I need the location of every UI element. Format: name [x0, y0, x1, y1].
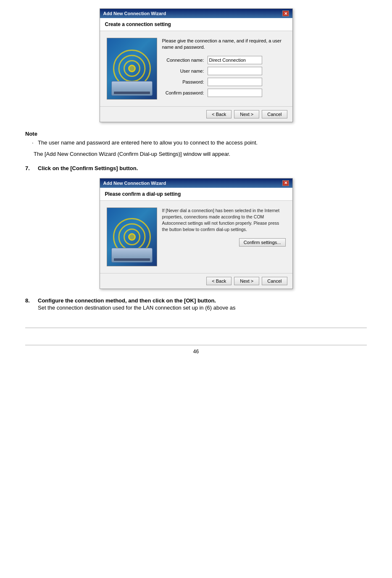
cancel-button-1[interactable]: Cancel [262, 110, 287, 118]
input-connection-name[interactable] [208, 56, 262, 64]
input-username[interactable] [208, 67, 262, 75]
input-password[interactable] [208, 78, 262, 86]
label-password: Password: [162, 79, 204, 84]
device-box-2 [111, 248, 153, 263]
label-confirm-password: Confirm password: [162, 90, 204, 95]
step-8-instruction: 8. Configure the connection method, and … [25, 297, 367, 311]
wizard-footer-1: < Back Next > Cancel [100, 106, 292, 122]
wizard-header-1: Create a connection setting [100, 18, 292, 31]
wizard-content-1: Please give the connection a name, and i… [162, 38, 286, 100]
back-button-1[interactable]: < Back [206, 110, 232, 118]
wizard-body-2: If [Never dial a connection] has been se… [100, 201, 292, 273]
next-button-1[interactable]: Next > [234, 110, 259, 118]
wizard-title-2: Add New Connection Wizard [103, 181, 166, 186]
wizard-content-2: If [Never dial a connection] has been se… [162, 208, 286, 266]
input-confirm-password[interactable] [208, 89, 262, 97]
label-connection-name: Connection name: [162, 58, 204, 63]
wizard-header-2: Please confirm a dial-up setting [100, 188, 292, 201]
note-item-text: The user name and password are entered h… [38, 139, 258, 146]
wizard-body-1: Please give the connection a name, and i… [100, 31, 292, 106]
wizard-image-1 [107, 38, 157, 100]
circle-ring-2-4 [128, 233, 136, 241]
note-title: Note [25, 131, 367, 137]
form-row-username: User name: [162, 67, 286, 75]
wizard-close-button-2[interactable]: ✕ [282, 180, 289, 186]
label-username: User name: [162, 68, 204, 74]
step-7-number: 7. [25, 165, 34, 171]
note-content: The user name and password are entered h… [38, 139, 367, 147]
step-8-subtext: Set the connection destination used for … [38, 305, 235, 311]
form-row-password: Password: [162, 78, 286, 86]
cancel-button-2[interactable]: Cancel [262, 277, 287, 285]
step-8-content: Configure the connection method, and the… [38, 297, 235, 311]
step-8-number: 8. [25, 297, 34, 311]
device-box-1 [111, 81, 153, 96]
confirm-settings-button[interactable]: Confirm settings... [239, 238, 286, 247]
back-button-2[interactable]: < Back [206, 277, 232, 285]
wizard-close-button-1[interactable]: ✕ [282, 11, 289, 16]
wizard-footer-2: < Back Next > Cancel [100, 273, 292, 289]
step-8-text: Configure the connection method, and the… [38, 297, 235, 304]
step-8-section: 8. Configure the connection method, and … [25, 297, 367, 311]
circle-ring-4 [128, 65, 136, 72]
form-row-connection-name: Connection name: [162, 56, 286, 64]
note-followup: The [Add New Connection Wizard (Confirm … [34, 150, 367, 158]
wizard-window-2: Add New Connection Wizard ✕ Please confi… [100, 178, 293, 289]
wizard-image-2 [107, 208, 157, 266]
next-button-2[interactable]: Next > [234, 277, 259, 285]
confirm-btn-area: Confirm settings... [162, 238, 286, 247]
page-divider [25, 328, 367, 328]
page-number: 46 [25, 345, 367, 355]
form-row-confirm-password: Confirm password: [162, 89, 286, 97]
step-7-instruction: 7. Click on the [Confirm Settings] butto… [25, 165, 367, 171]
wizard-description-1: Please give the connection a name, and i… [162, 38, 286, 51]
note-section: Note The user name and password are ente… [25, 131, 367, 158]
wizard-titlebar-1: Add New Connection Wizard ✕ [100, 9, 292, 18]
wizard-header-2-text: Please confirm a dial-up setting [105, 191, 181, 197]
step-7-text: Click on the [Confirm Settings] button. [38, 165, 138, 171]
note-item: The user name and password are entered h… [38, 139, 367, 147]
wizard-window-1: Add New Connection Wizard ✕ Create a con… [100, 8, 293, 122]
confirm-description: If [Never dial a connection] has been se… [162, 208, 286, 233]
wizard-titlebar-2: Add New Connection Wizard ✕ [100, 179, 292, 188]
wizard-title-1: Add New Connection Wizard [103, 11, 166, 16]
